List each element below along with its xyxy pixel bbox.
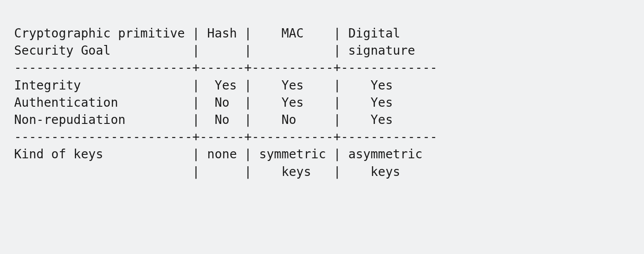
header-row-1: Cryptographic primitive | Hash | MAC | D… [14,26,400,41]
row-non-repudiation: Non-repudiation | No | No | Yes [14,112,393,127]
cell-value: asymmetric [348,147,423,161]
cell-value: No [281,112,296,127]
cell-value: keys [370,164,400,179]
cell-value: Yes [370,112,393,127]
column-header-digital-top: Digital [348,26,400,41]
cell-value: No [215,112,229,127]
row-kind-of-keys-bottom: | | keys | keys [14,164,400,179]
cell-value: No [215,95,229,110]
column-header-digital-bottom: signature [348,43,415,58]
row-kind-of-keys-top: Kind of keys | none | symmetric | asymme… [14,147,422,161]
row-label: Non-repudiation [14,112,126,127]
cell-value: Yes [215,78,237,93]
cell-value: symmetric [259,147,326,161]
header-label-goal: Security Goal [14,43,111,58]
crypto-primitive-table: Cryptographic primitive | Hash | MAC | D… [0,12,644,193]
row-label: Kind of keys [14,147,103,161]
row-authentication: Authentication | No | Yes | Yes [14,95,393,110]
column-header-hash: Hash [207,26,237,41]
cell-value: Yes [370,78,393,93]
header-label-primitive: Cryptographic primitive [14,26,185,41]
column-header-mac: MAC [281,26,304,41]
cell-value: Yes [281,95,304,110]
cell-value: keys [281,164,311,179]
row-integrity: Integrity | Yes | Yes | Yes [14,78,393,93]
cell-value: Yes [370,95,393,110]
separator-bottom: ------------------------+------+--------… [14,130,437,144]
header-row-2: Security Goal | | | signature [14,43,415,58]
cell-value: none [207,147,237,161]
separator-top: ------------------------+------+--------… [14,60,437,75]
row-label: Integrity [14,78,81,93]
cell-value: Yes [281,78,304,93]
row-label: Authentication [14,95,118,110]
